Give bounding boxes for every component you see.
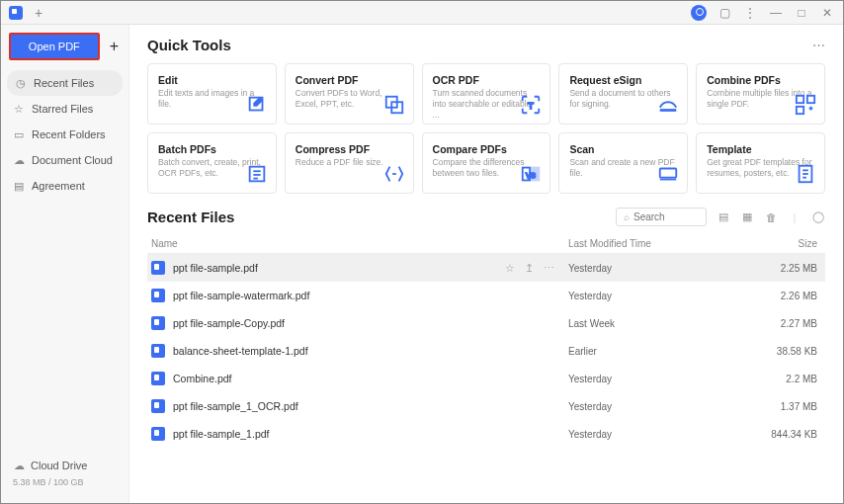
cloud-drive-link[interactable]: ☁ Cloud Drive xyxy=(13,460,117,471)
close-icon[interactable]: ✕ xyxy=(819,6,835,20)
column-size[interactable]: Size xyxy=(766,238,825,249)
sidebar-item-document-cloud[interactable]: ☁ Document Cloud xyxy=(1,147,128,173)
file-name: ppt file-sample_1_OCR.pdf xyxy=(173,400,568,412)
tool-card-scan[interactable]: ScanScan and create a new PDF file. xyxy=(558,132,688,194)
feedback-icon[interactable]: ▢ xyxy=(717,6,732,20)
file-name: ppt file-sample_1.pdf xyxy=(173,428,568,440)
pdf-file-icon xyxy=(151,316,165,330)
file-size: 2.26 MB xyxy=(766,291,825,301)
sidebar-item-label: Recent Folders xyxy=(32,128,106,140)
sidebar-item-label: Recent Files xyxy=(34,77,94,89)
tool-card-ocr-pdf[interactable]: OCR PDFTurn scanned documents into searc… xyxy=(422,63,551,125)
tool-card-compress-pdf[interactable]: Compress PDFReduce a PDF file size. xyxy=(285,132,414,194)
pdf-file-icon xyxy=(151,261,165,275)
svg-text:T: T xyxy=(529,101,535,111)
star-icon: ☆ xyxy=(13,103,25,115)
quick-tools-title: Quick Tools xyxy=(147,37,231,53)
file-date: Yesterday xyxy=(568,263,766,274)
edit-icon xyxy=(246,94,268,116)
quick-tools-more-button[interactable]: ⋯ xyxy=(812,38,825,52)
sidebar-item-recent-folders[interactable]: ▭ Recent Folders xyxy=(1,122,128,147)
scan-icon xyxy=(657,163,679,185)
refresh-icon[interactable]: ◯ xyxy=(811,210,825,224)
tool-card-request-esign[interactable]: Request eSignSend a document to others f… xyxy=(558,63,688,125)
file-row[interactable]: ppt file-sample_1_OCR.pdfYesterday1.37 M… xyxy=(147,392,825,420)
column-date[interactable]: Last Modified Time xyxy=(568,238,766,249)
new-tab-button[interactable]: + xyxy=(31,5,46,21)
list-view-icon[interactable]: ▤ xyxy=(717,210,730,224)
file-row[interactable]: ppt file-sample-Copy.pdfLast Week2.27 MB xyxy=(147,309,825,337)
ocr-icon: T xyxy=(520,94,542,116)
file-size: 2.2 MB xyxy=(766,374,825,384)
pdf-file-icon xyxy=(151,427,165,441)
app-window: + ▢ ⋮ — □ ✕ Open PDF + ◷ Recent Files ☆ … xyxy=(0,0,844,504)
file-row[interactable]: ppt file-sample-watermark.pdfYesterday2.… xyxy=(147,282,825,309)
file-size: 1.37 MB xyxy=(766,401,825,412)
main-panel: Quick Tools ⋯ EditEdit texts and images … xyxy=(129,25,843,503)
search-icon: ⌕ xyxy=(624,211,630,222)
grid-view-icon[interactable]: ▦ xyxy=(740,210,754,224)
tool-title: Request eSign xyxy=(569,74,677,86)
sidebar-item-agreement[interactable]: ▤ Agreement xyxy=(1,173,128,199)
open-pdf-button[interactable]: Open PDF xyxy=(9,33,100,60)
tool-card-combine-pdfs[interactable]: Combine PDFsCombine multiple files into … xyxy=(696,63,825,125)
compress-icon xyxy=(383,163,405,185)
menu-icon[interactable]: ⋮ xyxy=(742,6,758,20)
trash-icon[interactable]: 🗑 xyxy=(764,210,778,224)
more-icon[interactable]: ⋯ xyxy=(544,262,554,275)
tool-card-compare-pdfs[interactable]: Compare PDFsCompare the differences betw… xyxy=(422,132,551,194)
file-name: ppt file-sample.pdf xyxy=(173,262,505,274)
file-name: ppt file-sample-watermark.pdf xyxy=(173,290,568,301)
combine-icon xyxy=(795,94,816,116)
file-row[interactable]: ppt file-sample_1.pdfYesterday844.34 KB xyxy=(147,420,825,448)
compare-icon: VS xyxy=(520,163,542,185)
star-icon[interactable]: ☆ xyxy=(505,262,515,275)
clock-icon: ◷ xyxy=(15,77,27,89)
search-input[interactable] xyxy=(633,211,699,222)
file-date: Earlier xyxy=(568,346,766,357)
recent-files-title: Recent Files xyxy=(147,209,234,225)
file-date: Yesterday xyxy=(568,374,766,384)
tool-card-template[interactable]: TemplateGet great PDF templates for resu… xyxy=(696,132,825,194)
upload-icon[interactable]: ↥ xyxy=(525,262,534,275)
file-name: balance-sheet-template-1.pdf xyxy=(173,345,568,357)
tool-card-convert-pdf[interactable]: Convert PDFConvert PDFs to Word, Excel, … xyxy=(285,63,414,125)
file-name: Combine.pdf xyxy=(173,373,568,384)
cloud-drive-label: Cloud Drive xyxy=(31,460,87,471)
sidebar-item-starred-files[interactable]: ☆ Starred Files xyxy=(1,96,128,122)
tool-title: Compress PDF xyxy=(295,143,403,155)
tool-card-batch-pdfs[interactable]: Batch PDFsBatch convert, create, print, … xyxy=(147,132,277,194)
titlebar: + ▢ ⋮ — □ ✕ xyxy=(1,1,843,25)
svg-text:VS: VS xyxy=(527,171,537,180)
file-date: Yesterday xyxy=(568,401,766,412)
pdf-file-icon xyxy=(151,399,165,413)
sidebar-item-label: Starred Files xyxy=(32,103,93,115)
user-avatar-icon[interactable] xyxy=(691,5,707,21)
minimize-icon[interactable]: — xyxy=(768,6,784,20)
app-logo-icon xyxy=(9,6,23,20)
esign-icon xyxy=(657,94,679,116)
file-row[interactable]: balance-sheet-template-1.pdfEarlier38.58… xyxy=(147,337,825,365)
sidebar-item-label: Agreement xyxy=(32,180,85,192)
create-pdf-button[interactable]: + xyxy=(108,38,121,55)
file-row[interactable]: ppt file-sample.pdf☆↥⋯Yesterday2.25 MB xyxy=(147,254,825,282)
search-box[interactable]: ⌕ xyxy=(616,208,707,226)
file-row[interactable]: Combine.pdfYesterday2.2 MB xyxy=(147,365,825,392)
tool-card-edit[interactable]: EditEdit texts and images in a file. xyxy=(147,63,277,125)
tool-title: Template xyxy=(707,143,814,155)
sidebar-item-recent-files[interactable]: ◷ Recent Files xyxy=(7,70,123,96)
document-icon: ▤ xyxy=(13,180,25,192)
template-icon xyxy=(795,163,816,185)
file-size: 2.27 MB xyxy=(766,318,825,329)
file-date: Yesterday xyxy=(568,429,766,440)
maximize-icon[interactable]: □ xyxy=(794,6,809,20)
svg-rect-5 xyxy=(807,96,814,103)
pdf-file-icon xyxy=(151,344,165,358)
file-list: ppt file-sample.pdf☆↥⋯Yesterday2.25 MBpp… xyxy=(147,254,825,448)
storage-text: 5.38 MB / 100 GB xyxy=(13,477,117,487)
tool-title: Convert PDF xyxy=(295,74,403,86)
tool-title: Compare PDFs xyxy=(433,143,541,155)
convert-icon xyxy=(383,94,405,116)
batch-icon xyxy=(246,163,268,185)
column-name[interactable]: Name xyxy=(147,238,568,249)
